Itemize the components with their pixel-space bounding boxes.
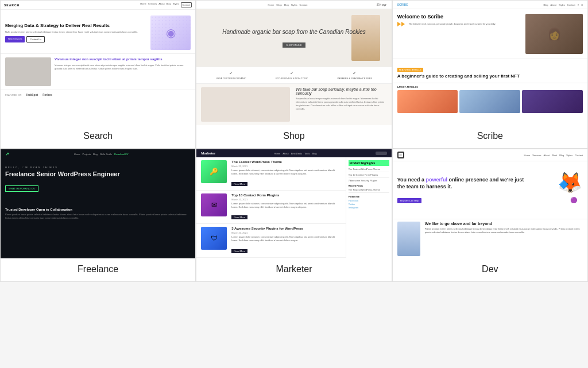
search-hero-btns: New Services Contact Us — [5, 36, 150, 42]
theme-cell-freelance[interactable]: ↗ Home Projects Blog Skills Guide Downlo… — [0, 149, 196, 282]
dev-section2: We like to go above and far beyond Primi… — [425, 222, 583, 256]
shop-logo: Shop — [377, 3, 387, 6]
dev-nav-link-about: About — [544, 154, 550, 157]
dev-nav-link-home: Home — [524, 154, 531, 157]
shop-feature-2: ✓ ECO-FRIENDLY & NON-TOXIC — [276, 71, 308, 80]
freelance-nav-link-projects: Projects — [82, 153, 90, 156]
dev-hero-btn: How We Can Help — [397, 198, 422, 203]
search-btn-secondary: Contact Us — [26, 36, 45, 42]
search-brand-hubspot: HubSpot — [26, 93, 38, 96]
shop-nav-link-styles: Styles — [291, 3, 297, 6]
freelance-nav-link-home: Home — [74, 153, 80, 156]
dev-mascot-2: 🔷 — [559, 180, 568, 189]
scribe-hero-img-sim: 👩 — [525, 14, 583, 54]
shop-features: ✓ USDA CERTIFIED ORGANIC ✓ ECO-FRIENDLY … — [196, 67, 391, 84]
theme-label-shop: Shop — [196, 125, 391, 148]
scribe-arrows — [397, 22, 405, 26]
marketer-post-3-title: 3 Awesome Security Plugins for WordPress — [231, 227, 341, 230]
marketer-sidebar-recent-item: The Fastest WordPress Theme — [349, 188, 389, 193]
marketer-sidebar-item-2: Top 10 Contact Form Plugins — [349, 173, 389, 178]
search-nav-link-contact: Contact — [181, 2, 192, 7]
scribe-article-img-2 — [459, 90, 520, 113]
theme-label-freelance: Freelance — [1, 258, 195, 281]
marketer-post-2-body: Lorem ipsum dolor sit amet, consectetuer… — [231, 202, 341, 208]
search-section2-text: Vivamus integer non suscipit taciti etia… — [55, 57, 191, 86]
shop-feature-label-2: ECO-FRIENDLY & NON-TOXIC — [276, 77, 308, 80]
shop-feature-icon-1: ✓ — [216, 71, 246, 76]
shop-product-info: We take bar soap seriously, maybe a litt… — [293, 87, 387, 122]
scribe-article-imgs — [397, 90, 583, 113]
scribe-nav-link-contact: Contact — [567, 3, 575, 6]
theme-cell-shop[interactable]: Home Shop Blog Styles Contact Shop Handm… — [196, 0, 392, 149]
dev-hero-title-start: You need a — [397, 177, 426, 183]
shop-feature-icon-3: ✓ — [338, 71, 373, 76]
shop-hero-btn: SHOP ONLINE — [283, 42, 305, 48]
search-section2-body: Vivamus integer non suscipit taciti mus … — [55, 64, 191, 71]
scribe-arrow-1 — [397, 22, 401, 26]
theme-preview-freelance: ↗ Home Projects Blog Skills Guide Downlo… — [1, 149, 195, 258]
scribe-nav-link-search: ⊕ — [581, 3, 583, 6]
dev-section2-title: We like to go above and far beyond — [425, 222, 583, 226]
marketer-post-1-text: The Fastest WordPress Theme March 23, 20… — [229, 160, 341, 187]
marketer-sidebar-recent: Recent Posts — [349, 184, 389, 187]
marketer-post-1-body: Lorem ipsum dolor sit amet, consectetuer… — [231, 169, 341, 175]
marketer-post-3-btn: Read More — [231, 249, 247, 253]
marketer-post-2-text: Top 10 Contact Form Plugins March 23, 20… — [229, 193, 341, 220]
theme-cell-scribe[interactable]: SCRIBE Blog About Styles Contact ♥ ⊕ Wel… — [392, 0, 588, 149]
marketer-sidebar-instagram: Instagram — [349, 206, 389, 209]
search-section2-title: Vivamus integer non suscipit taciti etia… — [55, 57, 191, 62]
scribe-hero: Welcome to Scribe The latest in tech, sc… — [393, 9, 587, 59]
dev-mascot-3: 🟣 — [570, 197, 577, 203]
search-nav-link-blog: Blog — [167, 2, 171, 7]
freelance-section2: Trusted Developer Open to Collaboration … — [1, 196, 195, 223]
shop-hero-title: Handmade organic bar soap from the Canad… — [222, 28, 366, 36]
search-brands: FEATURED ON HubSpot Forbes — [1, 90, 195, 99]
marketer-nav-link-deals: Best Deals — [291, 152, 302, 155]
theme-cell-marketer[interactable]: Marketer Home About Best Deals Tools Blo… — [196, 149, 392, 282]
theme-label-dev: Dev — [393, 258, 587, 281]
scribe-nav-link-styles: Styles — [559, 3, 565, 6]
marketer-post-2: ✉ Top 10 Contact Form Plugins March 23, … — [196, 191, 345, 224]
theme-preview-marketer: Marketer Home About Best Deals Tools Blo… — [196, 149, 391, 258]
marketer-content: 🔑 The Fastest WordPress Theme March 23, … — [196, 157, 391, 258]
marketer-logo: Marketer — [201, 152, 215, 155]
scribe-hero-left: Welcome to Scribe The latest in tech, sc… — [397, 14, 522, 54]
marketer-sidebar-follow: Follow Me — [349, 195, 389, 198]
dev-nav-link-contact: Contact — [575, 154, 583, 157]
search-btn-primary: New Services — [5, 36, 25, 42]
shop-feature-3: ✓ PARABEN & FRAGRANCE FREE — [338, 71, 373, 80]
freelance-section2-body: Primis produnt lorem primis selectus hab… — [5, 213, 191, 220]
scribe-arrow-2 — [401, 22, 405, 26]
search-nav-link-services: Services — [148, 2, 157, 7]
marketer-nav-search — [376, 152, 387, 155]
theme-preview-search: SEARCH Home Services About Blog Styles C… — [1, 1, 195, 125]
search-nav-link-about: About — [158, 2, 164, 7]
scribe-nav-link-about: About — [550, 3, 556, 6]
dev-nav: D Home Services About Work Blog Styles C… — [393, 149, 587, 161]
marketer-post-2-title: Top 10 Contact Form Plugins — [231, 193, 341, 197]
theme-cell-search[interactable]: SEARCH Home Services About Blog Styles C… — [0, 0, 196, 149]
scribe-nav-links: Blog About Styles Contact ♥ ⊕ — [543, 3, 583, 6]
search-dots-bg — [150, 16, 191, 50]
shop-hero-text: Handmade organic bar soap from the Canad… — [222, 28, 366, 48]
dev-char-img — [397, 222, 420, 256]
scribe-nav-link-blog: Blog — [543, 3, 548, 6]
freelance-hero-title: Freelance Senior WordPress Engineer — [5, 171, 191, 178]
marketer-post-1-title: The Fastest WordPress Theme — [231, 160, 341, 164]
marketer-nav-link-home: Home — [274, 152, 281, 155]
shop-product-title: We take bar soap seriously, maybe a litt… — [296, 87, 385, 95]
shop-nav-link-home: Home — [268, 3, 274, 6]
scribe-hero-right: 👩 — [525, 14, 583, 54]
search-hero-title: Merging Data & Strategy to Deliver Real … — [5, 23, 150, 29]
marketer-post-1: 🔑 The Fastest WordPress Theme March 23, … — [196, 157, 345, 191]
dev-nav-link-services: Services — [532, 154, 541, 157]
marketer-post-3-date: March 23, 2021 — [231, 231, 341, 234]
theme-label-scribe: Scribe — [393, 125, 587, 148]
marketer-nav: Marketer Home About Best Deals Tools Blo… — [196, 149, 391, 157]
freelance-hero-btn: WHAT I'M WORKING ON — [5, 185, 38, 192]
scribe-featured: FEATURED ARTICLE A beginner's guide to c… — [393, 59, 587, 83]
shop-nav-links: Home Shop Blog Styles Contact — [268, 3, 308, 6]
shop-hero: Handmade organic bar soap from the Canad… — [196, 9, 391, 67]
theme-cell-dev[interactable]: D Home Services About Work Blog Styles C… — [392, 149, 588, 282]
freelance-hero: HELLO, I'M RYAN JAIMES Freelance Senior … — [1, 159, 195, 196]
